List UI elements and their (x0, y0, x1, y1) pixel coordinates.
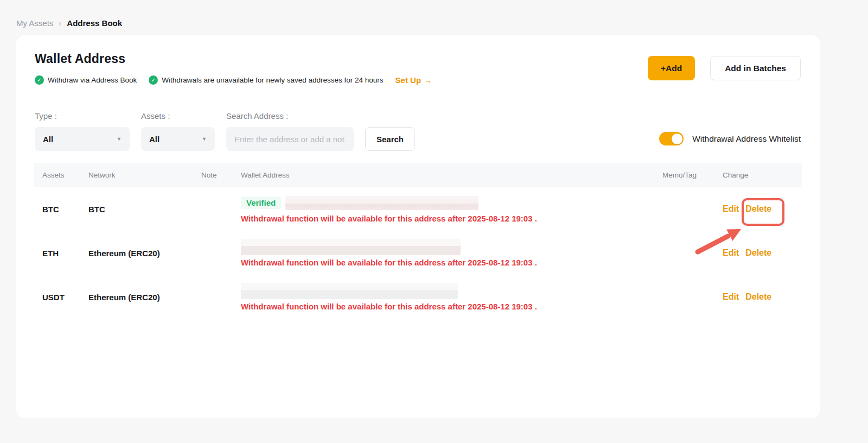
add-button[interactable]: +Add (648, 56, 695, 80)
redacted-address (241, 239, 461, 255)
notice-text: Withdrawals are unavailable for newly sa… (162, 76, 383, 84)
caret-down-icon: ▼ (202, 136, 207, 142)
verified-badge: Verified (241, 197, 281, 209)
column-network: Network (88, 171, 201, 179)
notice-text: Withdraw via Address Book (48, 76, 137, 84)
column-memo-tag: Memo/Tag (615, 171, 701, 179)
column-assets: Assets (42, 171, 88, 179)
cell-change: Edit Delete (701, 204, 793, 214)
type-label: Type : (35, 111, 130, 121)
withdrawal-warning: Withdrawal function will be available fo… (241, 302, 615, 311)
redacted-address (285, 196, 478, 210)
edit-link[interactable]: Edit (723, 204, 739, 214)
search-button[interactable]: Search (365, 127, 415, 151)
whitelist-label: Withdrawal Address Whitelist (692, 134, 801, 144)
filter-section: Type : All ▼ Assets : All ▼ Search Addre… (16, 98, 820, 151)
table-row-usdt: USDT Ethereum (ERC20) Withdrawal functio… (34, 275, 802, 319)
cell-asset: BTC (42, 205, 88, 214)
breadcrumb-address-book: Address Book (67, 18, 122, 28)
cell-change: Edit Delete (701, 248, 793, 258)
cell-asset: USDT (42, 293, 88, 302)
cell-asset: ETH (42, 249, 88, 258)
wallet-address-card: Wallet Address ✓ Withdraw via Address Bo… (16, 35, 820, 418)
withdrawal-warning: Withdrawal function will be available fo… (241, 214, 615, 223)
page-title: Wallet Address (35, 52, 432, 66)
set-up-label: Set Up (395, 75, 422, 85)
cell-network: BTC (88, 205, 201, 214)
cell-network: Ethereum (ERC20) (88, 293, 201, 302)
whitelist-toggle-group: Withdrawal Address Whitelist (659, 132, 801, 151)
add-in-batches-button[interactable]: Add in Batches (710, 56, 801, 80)
notice-withdrawals-unavailable: ✓ Withdrawals are unavailable for newly … (149, 75, 383, 85)
assets-label: Assets : (141, 111, 215, 121)
table-row-btc: BTC BTC Verified Withdrawal function wil… (34, 187, 802, 231)
redacted-address (241, 283, 458, 299)
cell-wallet-address: Withdrawal function will be available fo… (241, 283, 615, 311)
delete-link[interactable]: Delete (745, 204, 771, 214)
type-dropdown-value: All (43, 135, 53, 144)
cell-change: Edit Delete (701, 292, 793, 302)
delete-link[interactable]: Delete (745, 248, 771, 258)
column-change: Change (701, 171, 793, 179)
set-up-link[interactable]: Set Up → (395, 75, 432, 85)
header-buttons: +Add Add in Batches (648, 56, 801, 80)
breadcrumb: My Assets › Address Book (0, 0, 868, 35)
search-address-input[interactable] (226, 127, 354, 151)
search-address-label: Search Address : (226, 111, 354, 121)
check-circle-icon: ✓ (35, 75, 44, 85)
type-filter: Type : All ▼ (35, 111, 130, 151)
card-header: Wallet Address ✓ Withdraw via Address Bo… (16, 35, 820, 98)
withdrawal-whitelist-toggle[interactable] (659, 132, 684, 145)
assets-dropdown-value: All (149, 135, 159, 144)
type-dropdown[interactable]: All ▼ (35, 127, 130, 151)
search-button-group: Search (365, 111, 415, 151)
column-note: Note (201, 171, 241, 179)
toggle-knob (672, 134, 682, 144)
check-circle-icon: ✓ (149, 75, 158, 85)
cell-network: Ethereum (ERC20) (88, 249, 201, 258)
assets-dropdown[interactable]: All ▼ (141, 127, 215, 151)
cell-wallet-address: Withdrawal function will be available fo… (241, 239, 615, 267)
caret-down-icon: ▼ (117, 136, 122, 142)
filter-controls: Type : All ▼ Assets : All ▼ Search Addre… (35, 111, 415, 151)
chevron-right-icon: › (59, 18, 61, 28)
table-header: Assets Network Note Wallet Address Memo/… (34, 163, 802, 187)
edit-link[interactable]: Edit (723, 292, 739, 302)
column-wallet-address: Wallet Address (241, 171, 615, 179)
address-table: Assets Network Note Wallet Address Memo/… (34, 163, 802, 319)
table-row-eth: ETH Ethereum (ERC20) Withdrawal function… (34, 231, 802, 275)
cell-wallet-address: Verified Withdrawal function will be ava… (241, 195, 615, 223)
breadcrumb-my-assets[interactable]: My Assets (16, 18, 53, 28)
assets-filter: Assets : All ▼ (141, 111, 215, 151)
spacer (365, 111, 415, 121)
notice-withdraw-via-address-book: ✓ Withdraw via Address Book (35, 75, 137, 85)
delete-link[interactable]: Delete (745, 292, 771, 302)
header-left: Wallet Address ✓ Withdraw via Address Bo… (35, 52, 432, 85)
withdrawal-warning: Withdrawal function will be available fo… (241, 258, 615, 267)
notices: ✓ Withdraw via Address Book ✓ Withdrawal… (35, 75, 432, 85)
arrow-right-icon: → (424, 75, 432, 85)
edit-link[interactable]: Edit (723, 248, 739, 258)
search-address-filter: Search Address : (226, 111, 354, 151)
